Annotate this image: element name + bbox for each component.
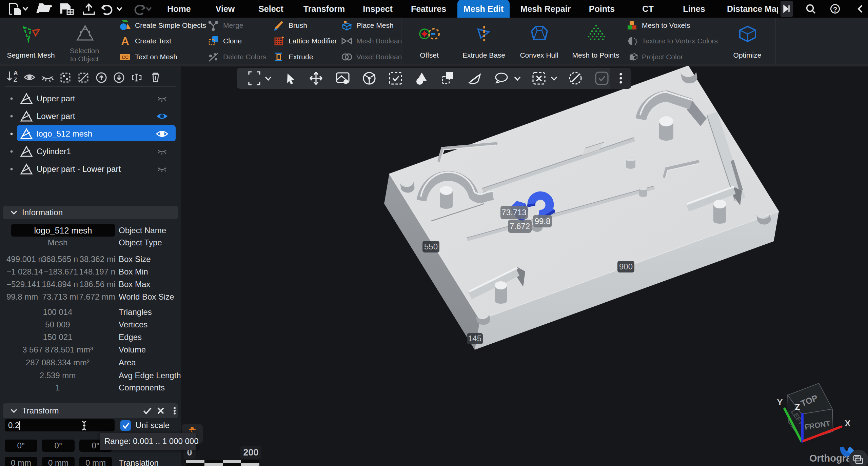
svg-text:145: 145 [468, 334, 481, 343]
svg-text:A: A [121, 35, 129, 47]
svg-text:CC: CC [122, 55, 129, 60]
svg-text:X: X [845, 418, 851, 428]
svg-text:Z: Z [14, 77, 17, 83]
svg-text:7.672: 7.672 [510, 222, 530, 231]
svg-text:73.713: 73.713 [501, 208, 526, 217]
svg-text:200: 200 [243, 447, 258, 458]
svg-text:99.8: 99.8 [535, 217, 551, 226]
svg-text:Z: Z [795, 402, 800, 412]
svg-text:?: ? [833, 6, 837, 13]
svg-text:550: 550 [424, 242, 438, 251]
svg-text:900: 900 [619, 262, 633, 271]
svg-text:Y: Y [777, 397, 783, 407]
svg-text:A: A [14, 70, 18, 76]
